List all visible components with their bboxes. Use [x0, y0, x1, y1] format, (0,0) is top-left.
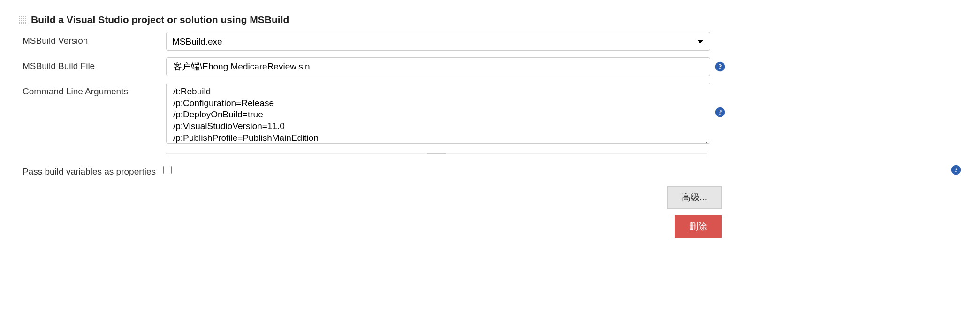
button-row-delete: 删除 [19, 215, 722, 238]
drag-handle-icon[interactable] [19, 15, 27, 24]
row-msbuild-version: MSBuild Version MSBuild.exe [19, 32, 961, 51]
section-title: Build a Visual Studio project or solutio… [31, 14, 289, 25]
delete-button[interactable]: 删除 [675, 215, 722, 238]
section-header: Build a Visual Studio project or solutio… [19, 14, 961, 25]
svg-text:?: ? [718, 108, 722, 116]
button-row-advanced: 高级... [19, 186, 722, 209]
svg-text:?: ? [718, 63, 722, 70]
resize-bar[interactable] [166, 153, 707, 154]
msbuild-version-select[interactable]: MSBuild.exe [166, 32, 710, 51]
cmd-args-textarea[interactable] [166, 83, 710, 144]
svg-text:?: ? [954, 166, 957, 174]
advanced-button[interactable]: 高级... [667, 186, 722, 209]
label-pass-vars: Pass build variables as properties [23, 163, 156, 177]
row-cmd-args: Command Line Arguments ? [19, 83, 961, 146]
label-msbuild-version: MSBuild Version [23, 32, 166, 46]
label-cmd-args: Command Line Arguments [23, 83, 166, 97]
help-icon[interactable]: ? [715, 61, 725, 72]
pass-vars-checkbox[interactable] [163, 166, 172, 174]
help-icon[interactable]: ? [715, 107, 725, 117]
build-file-input[interactable] [166, 57, 710, 76]
row-build-file: MSBuild Build File ? [19, 57, 961, 76]
row-pass-vars: Pass build variables as properties ? [19, 163, 961, 177]
label-build-file: MSBuild Build File [23, 57, 166, 71]
help-icon[interactable]: ? [951, 165, 961, 175]
